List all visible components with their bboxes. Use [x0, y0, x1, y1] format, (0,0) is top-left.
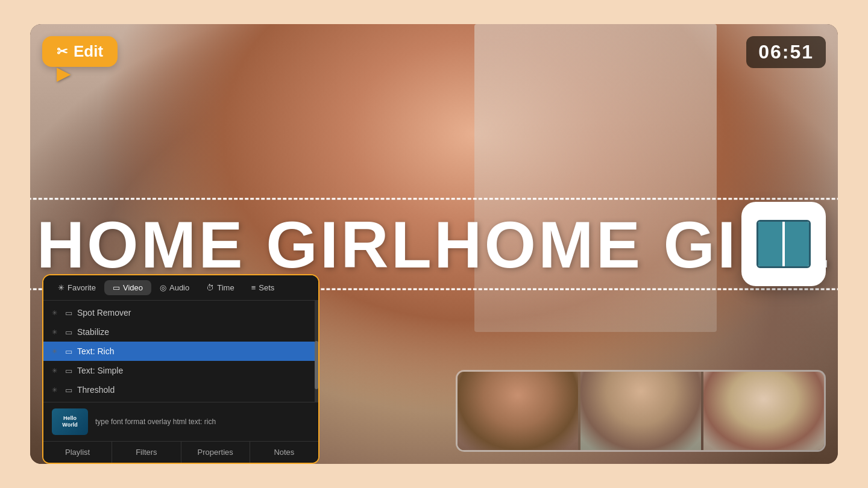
timer-value: 06:51: [758, 41, 814, 63]
audio-icon: ◎: [160, 283, 166, 292]
filter-list: ✳ ▭ Spot Remover ✳ ▭ Stabilize ✳ ▭ Text:…: [43, 301, 318, 402]
filter-spot-label: Spot Remover: [77, 308, 131, 318]
asterisk-stabilize: ✳: [52, 328, 60, 336]
filter-spot-remover[interactable]: ✳ ▭ Spot Remover: [43, 303, 318, 322]
filter-stabilize[interactable]: ✳ ▭ Stabilize: [43, 322, 318, 342]
text-simple-icon: ▭: [65, 366, 72, 375]
spot-icon: ▭: [65, 308, 72, 318]
preview-card: HelloWorld type font format overlay html…: [43, 402, 318, 441]
tab-sets-label: Sets: [259, 283, 274, 292]
tab-time-label: Time: [217, 283, 234, 292]
notes-label: Notes: [274, 448, 294, 457]
bottom-tab-playlist[interactable]: Playlist: [43, 442, 112, 463]
filter-text-rich[interactable]: ✳ ▭ Text: Rich: [43, 342, 318, 361]
tab-audio-label: Audio: [169, 283, 189, 292]
tab-audio[interactable]: ◎ Audio: [151, 280, 198, 295]
asterisk-text-simple: ✳: [52, 367, 60, 375]
playlist-label: Playlist: [65, 448, 90, 457]
filter-panel: ✳ Favorite ▭ Video ◎ Audio ⏱ Time ≡ Sets: [42, 274, 319, 464]
split-left-panel: [758, 222, 782, 266]
threshold-icon: ▭: [65, 386, 72, 395]
edit-label: Edit: [74, 42, 103, 61]
filters-label: Filters: [136, 448, 157, 457]
sets-icon: ≡: [251, 283, 256, 292]
thumb-figure-2: [580, 372, 701, 450]
tab-time[interactable]: ⏱ Time: [198, 280, 242, 295]
preview-hello-world: HelloWorld: [62, 415, 77, 428]
text-rich-icon: ▭: [65, 347, 72, 356]
asterisk-text-rich: ✳: [52, 348, 60, 355]
scroll-track: [315, 301, 318, 402]
thumb-figure-1: [458, 372, 578, 450]
tab-video[interactable]: ▭ Video: [104, 280, 151, 295]
tab-favorite[interactable]: ✳ Favorite: [49, 280, 104, 295]
asterisk-spot: ✳: [52, 309, 60, 317]
panel-tabs: ✳ Favorite ▭ Video ◎ Audio ⏱ Time ≡ Sets: [43, 275, 318, 301]
thumbnail-strip: [456, 370, 826, 452]
time-icon: ⏱: [206, 283, 214, 292]
scroll-thumb[interactable]: [315, 341, 318, 389]
bottom-tabs: Playlist Filters Properties Notes: [43, 441, 318, 463]
stabilize-icon: ▭: [65, 328, 72, 337]
bottom-tab-notes[interactable]: Notes: [250, 442, 318, 463]
filter-stabilize-label: Stabilize: [77, 327, 109, 337]
bottom-tab-filters[interactable]: Filters: [112, 442, 181, 463]
preview-thumbnail: HelloWorld: [52, 408, 88, 435]
split-right-panel: [785, 222, 809, 266]
filter-threshold[interactable]: ✳ ▭ Threshold: [43, 380, 318, 399]
tab-sets[interactable]: ≡ Sets: [243, 280, 283, 295]
thumbnail-3[interactable]: [703, 372, 824, 450]
thumbnail-1[interactable]: [458, 372, 578, 450]
split-inner: [756, 220, 811, 268]
filter-threshold-label: Threshold: [77, 385, 115, 395]
thumbnail-2[interactable]: [580, 372, 701, 450]
scissors-icon: ✂: [57, 44, 68, 60]
favorite-icon: ✳: [58, 283, 64, 292]
properties-label: Properties: [198, 448, 233, 457]
split-screen-icon[interactable]: [741, 202, 826, 286]
tab-video-label: Video: [123, 283, 143, 292]
filter-text-rich-label: Text: Rich: [77, 346, 114, 356]
bottom-tab-properties[interactable]: Properties: [181, 442, 250, 463]
thumb-figure-3: [703, 372, 824, 450]
main-container: ✂ Edit ▶ 06:51 HOME GIRLHOME GIRL: [30, 24, 838, 464]
preview-description: type font format overlay html text: rich: [95, 417, 216, 427]
filter-text-simple[interactable]: ✳ ▭ Text: Simple: [43, 361, 318, 380]
tab-favorite-label: Favorite: [68, 283, 96, 292]
video-icon: ▭: [113, 283, 120, 292]
filter-text-simple-label: Text: Simple: [77, 366, 123, 375]
asterisk-threshold: ✳: [52, 386, 60, 394]
cursor-icon: ▶: [57, 64, 70, 84]
edit-button[interactable]: ✂ Edit ▶: [42, 36, 118, 67]
timer-badge: 06:51: [746, 36, 826, 68]
